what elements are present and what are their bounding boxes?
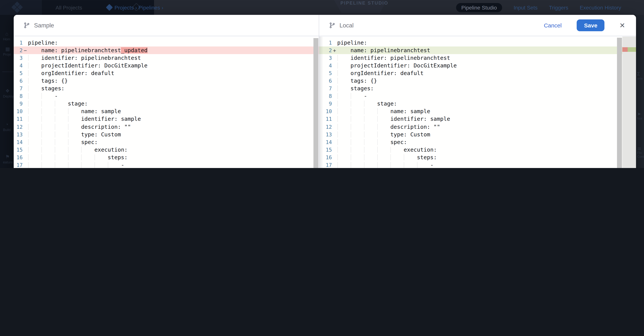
left-code-row-14: 14 spec: — [14, 138, 318, 146]
diff-sign — [23, 123, 28, 130]
diff-sign — [332, 161, 337, 168]
diff-mark-line-2 — [622, 47, 636, 52]
code-text: identifier: sample — [28, 115, 318, 123]
left-code-row-15: 15 execution: — [14, 146, 318, 153]
code-text: tags: {} — [337, 77, 636, 85]
line-gutter: 17 — [14, 161, 28, 168]
left-code-row-17: 17 - — [14, 161, 318, 168]
line-gutter: 10 — [14, 108, 28, 115]
tab-input-sets[interactable]: Input Sets — [514, 4, 538, 11]
tab-triggers[interactable]: Triggers — [549, 4, 568, 11]
right-code-row-8: 8 - — [319, 92, 636, 100]
left-scrollbar-thumb[interactable] — [313, 38, 318, 168]
right-editor[interactable]: 1pipeline:2+ name: pipelinebranchtest3 i… — [319, 36, 636, 168]
right-code-row-12: 12 description: "" — [319, 123, 636, 130]
project-diamond-icon — [106, 4, 113, 11]
notifications-rail-item[interactable]: ➤Not — [637, 111, 642, 120]
right-code-row-5: 5 orgIdentifier: deafult — [319, 69, 636, 77]
diff-sign — [332, 153, 337, 161]
home-rail-item[interactable]: ⌂Hom — [0, 31, 14, 41]
diff-sign: + — [332, 46, 337, 54]
code-text: description: "" — [337, 123, 636, 130]
notifications-icon: ➤ — [637, 111, 642, 117]
code-text: - — [337, 161, 636, 168]
code-text: identifier: pipelinebranchtest — [28, 54, 318, 62]
code-text: steps: — [28, 153, 318, 161]
diff-sign — [23, 146, 28, 153]
builds-icon: ◔ — [5, 121, 14, 127]
screen: All Projects Projects › Pipelines › PIPE… — [0, 0, 644, 168]
code-text: identifier: sample — [337, 115, 636, 123]
line-number: 14 — [14, 138, 23, 146]
left-editor[interactable]: 1pipeline:2− name: pipelinebranchtest_up… — [14, 36, 318, 168]
line-number: 4 — [14, 62, 23, 69]
features-rail-item[interactable]: ⚑eature — [0, 154, 14, 164]
tab-pipeline-studio[interactable]: Pipeline Studio — [456, 3, 502, 12]
diff-overview-ruler[interactable] — [622, 36, 636, 168]
code-text: tags: {} — [28, 77, 318, 85]
right-code-row-2: 2+ name: pipelinebranchtest — [319, 46, 636, 54]
code-text: projectIdentifier: DocGitExample — [28, 62, 318, 69]
left-code-row-8: 8 - — [14, 92, 318, 100]
code-text: spec: — [28, 138, 318, 146]
cancel-button[interactable]: Cancel — [542, 22, 564, 29]
left-editor-rows: 1pipeline:2− name: pipelinebranchtest_up… — [14, 39, 318, 168]
line-gutter: 8 — [14, 92, 28, 100]
code-text: - — [28, 161, 318, 168]
left-code-row-7: 7 stages: — [14, 85, 318, 92]
line-gutter: 5 — [14, 69, 28, 77]
projects-label: Proje — [0, 53, 14, 56]
line-number: 9 — [14, 100, 23, 108]
modal-actions: Cancel Save ✕ — [542, 15, 636, 36]
code-text: name: pipelinebranchtest_updated — [28, 46, 318, 54]
line-number: 1 — [14, 39, 23, 46]
flow-control-rail-item[interactable]: ⚌Flo Cont — [637, 145, 644, 158]
line-number: 15 — [14, 146, 23, 153]
code-text: pipeline: — [28, 39, 318, 46]
variables-rail-item[interactable]: Σaria — [637, 71, 642, 80]
right-pane-title-text: Local — [340, 22, 354, 29]
pane-divider — [318, 15, 319, 168]
right-code-row-14: 14 spec: — [319, 138, 636, 146]
left-code-row-13: 13 type: Custom — [14, 130, 318, 138]
line-gutter: 6 — [14, 77, 28, 85]
right-editor-rows: 1pipeline:2+ name: pipelinebranchtest3 i… — [319, 39, 636, 168]
diff-sign — [23, 39, 28, 46]
harness-logo-icon — [12, 2, 22, 12]
line-gutter: 11 — [14, 115, 28, 123]
builds-rail-item[interactable]: ◔Build — [0, 121, 14, 132]
diff-sign — [332, 146, 337, 153]
left-module-rail: ⌂Hom▦Proje❖Deploy◔Build⚑eature▾▦▤DASHBO⚙… — [0, 15, 14, 168]
line-number: 11 — [14, 115, 23, 123]
line-gutter: 2− — [14, 46, 28, 54]
line-gutter: 16 — [14, 153, 28, 161]
left-code-row-16: 16 steps: — [14, 153, 318, 161]
left-code-row-3: 3 identifier: pipelinebranchtest — [14, 54, 318, 62]
variables-label: aria — [637, 77, 642, 80]
builds-label: Build — [0, 128, 14, 132]
diff-sign — [332, 130, 337, 138]
left-code-row-10: 10 name: sample — [14, 108, 318, 115]
code-text: type: Custom — [337, 130, 636, 138]
projects-rail-item[interactable]: ▦Proje — [0, 46, 14, 56]
line-number: 2 — [14, 46, 23, 54]
code-text: type: Custom — [28, 130, 318, 138]
tab-execution-history[interactable]: Execution History — [580, 4, 621, 11]
diff-sign — [23, 130, 28, 138]
projects-icon: ▦ — [5, 46, 14, 52]
diff-body: 1pipeline:2− name: pipelinebranchtest_up… — [14, 36, 636, 168]
all-projects-label: All Projects — [56, 4, 82, 11]
right-code-row-3: 3 identifier: pipelinebranchtest — [319, 54, 636, 62]
yaml-diff-modal: Sample Local Cancel Save ✕ 1pipeline:2− … — [14, 15, 636, 168]
line-number: 13 — [14, 130, 23, 138]
save-button[interactable]: Save — [577, 20, 605, 31]
code-text: - — [28, 92, 318, 100]
right-code-row-13: 13 type: Custom — [319, 130, 636, 138]
line-number: 6 — [14, 77, 23, 85]
notifications-label: Not — [637, 117, 642, 120]
right-scrollbar-thumb[interactable] — [617, 38, 622, 168]
deployments-rail-item[interactable]: ❖Deploy — [0, 88, 14, 98]
breadcrumb[interactable]: Projects › Pipelines › — [107, 0, 164, 15]
right-code-row-15: 15 execution: — [319, 146, 636, 153]
close-icon[interactable]: ✕ — [617, 22, 628, 29]
